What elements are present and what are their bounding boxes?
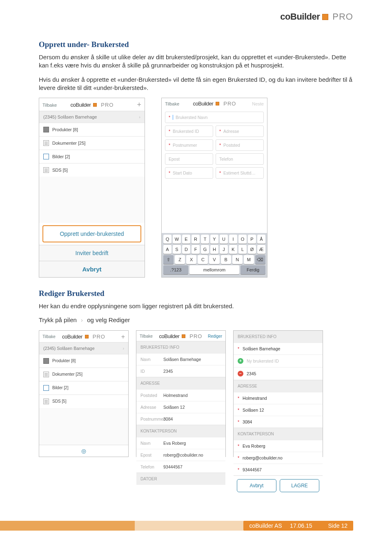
edit-row[interactable]: *Solåsen 12 (234, 404, 323, 416)
edit-row[interactable]: *93444567 (234, 464, 323, 475)
address-field[interactable]: *Adresse (216, 125, 264, 137)
key[interactable]: P (248, 235, 256, 244)
space-key[interactable]: mellomrom (189, 265, 239, 274)
list-item[interactable]: Produkter [8] (39, 354, 128, 368)
key[interactable]: M (244, 255, 254, 264)
placeholder: Telefon (219, 157, 233, 161)
edit-paragraph-1: Her kan du endre opplysningene som ligge… (39, 302, 353, 310)
plus-icon: + (238, 358, 243, 364)
edit-row[interactable]: *Solåsen Barnehage (234, 343, 323, 354)
section-label: ADRESSE (136, 377, 225, 389)
remove-id-row[interactable]: −2345 (234, 367, 323, 380)
cancel-button[interactable]: Avbryt (237, 479, 276, 492)
edit-row[interactable]: *Holmestrand (234, 392, 323, 404)
name-field[interactable]: *Brukersted Navn (165, 112, 264, 123)
key[interactable]: F (192, 245, 200, 254)
poststed-field[interactable]: *Poststed (216, 139, 264, 151)
required-icon: * (238, 444, 239, 448)
id-field[interactable]: *Brukersted ID (165, 125, 213, 137)
app-logo: coBuilder PRO (193, 101, 236, 107)
back-button[interactable]: Tilbake (140, 334, 154, 338)
back-button[interactable]: Tilbake (42, 103, 57, 108)
info-row: AdresseSolåsen 12 (136, 401, 225, 413)
key[interactable]: C (198, 255, 208, 264)
edit-row[interactable]: *3084 (234, 416, 323, 428)
key[interactable]: O (238, 235, 247, 244)
list-item-label: Dokumenter [25] (52, 141, 85, 146)
key[interactable]: U (220, 235, 228, 244)
section-label: DATOER (136, 473, 225, 485)
key[interactable]: L (238, 245, 247, 254)
logo-text: coBuilder (280, 11, 320, 22)
brukersted-row[interactable]: (2345) Solåsen Barnehage › (39, 342, 128, 354)
key[interactable]: I (229, 235, 237, 244)
cancel-button[interactable]: Avbryt (39, 261, 145, 277)
logo-square-icon (93, 103, 97, 107)
key[interactable]: K (229, 245, 237, 254)
add-button[interactable]: + (127, 101, 141, 109)
next-button[interactable]: Neste (250, 101, 264, 106)
brukersted-row[interactable]: (2345) Solåsen Barnehage › (39, 111, 145, 123)
backspace-key[interactable]: ⌫ (255, 255, 265, 264)
key[interactable]: Å (257, 235, 265, 244)
edit-row[interactable]: *Eva Roberg (234, 440, 323, 452)
key[interactable]: D (182, 245, 190, 254)
key[interactable]: A (163, 245, 172, 254)
required-icon: * (238, 396, 239, 401)
edit-button[interactable]: Rediger (208, 334, 222, 338)
key[interactable]: G (201, 245, 209, 254)
add-button[interactable]: + (111, 333, 125, 341)
key[interactable]: W (173, 235, 181, 244)
create-sub-brukersted-button[interactable]: Opprett under-brukersted (42, 225, 141, 242)
key[interactable]: R (192, 235, 200, 244)
list-item[interactable]: SDS [5] (39, 394, 128, 408)
numeric-key[interactable]: .?123 (163, 265, 188, 274)
edit-row[interactable]: *roberg@cobuilder.no (234, 452, 323, 464)
key[interactable]: Æ (257, 245, 265, 254)
key[interactable]: E (182, 235, 190, 244)
list-item[interactable]: Dokumenter [25] (39, 136, 145, 150)
document-icon (43, 140, 49, 146)
postnumber-field[interactable]: *Postnummer (165, 139, 213, 151)
key[interactable]: Ø (248, 245, 256, 254)
invite-company-button[interactable]: Inviter bedrift (39, 245, 145, 261)
key[interactable]: B (221, 255, 231, 264)
key[interactable]: S (173, 245, 181, 254)
email-field[interactable]: Epost (165, 153, 213, 165)
placeholder: Brukersted Navn (176, 115, 207, 120)
key[interactable]: X (186, 255, 196, 264)
geo-button[interactable]: ◎ (39, 445, 128, 457)
done-key[interactable]: Ferdig (241, 265, 265, 274)
back-button[interactable]: Tilbake (42, 334, 56, 339)
key[interactable]: Y (210, 235, 218, 244)
page-header-logo: coBuilder PRO (280, 11, 353, 22)
key[interactable]: T (201, 235, 209, 244)
list-item-label: Bilder [2] (52, 154, 70, 159)
list-item[interactable]: Bilder [2] (39, 150, 145, 163)
key[interactable]: V (209, 255, 219, 264)
list-item[interactable]: Produkter [8] (39, 123, 145, 136)
end-date-field[interactable]: *Estimert Sluttd… (216, 167, 264, 179)
phone-field[interactable]: Telefon (216, 153, 264, 165)
key[interactable]: N (232, 255, 243, 264)
key[interactable]: H (210, 245, 218, 254)
required-icon: * (238, 419, 239, 424)
key[interactable]: J (220, 245, 228, 254)
back-button[interactable]: Tilbake (165, 101, 179, 106)
required-icon: * (238, 455, 239, 460)
list-item[interactable]: Dokumenter [25] (39, 368, 128, 381)
start-date-field[interactable]: *Start Dato (165, 167, 213, 179)
info-row: Postnummer3084 (136, 413, 225, 425)
key[interactable]: Q (163, 235, 172, 244)
brukersted-title: (2345) Solåsen Barnehage (43, 346, 95, 351)
list-item-label: SDS [5] (52, 168, 68, 173)
list-item[interactable]: Bilder [2] (39, 381, 128, 394)
key[interactable]: Z (175, 255, 185, 264)
list-item[interactable]: SDS [5] (39, 163, 145, 177)
save-button[interactable]: LAGRE (280, 479, 319, 492)
add-id-row[interactable]: +Ny brukersted ID (234, 354, 323, 367)
section-heading-create: Opprett under- Brukersted (39, 40, 353, 49)
logo-square-icon (216, 102, 219, 105)
required-icon: * (219, 143, 221, 148)
shift-key[interactable]: ⇧ (163, 255, 174, 264)
